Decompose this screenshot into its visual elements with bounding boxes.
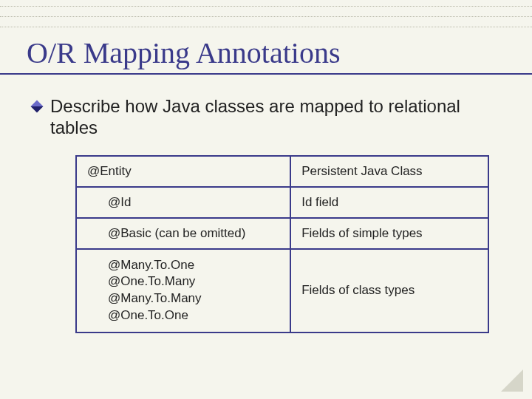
cell-description: Persistent Java Class [290, 156, 488, 187]
table-row: @Many.To.One@One.To.Many@Many.To.Many@On… [76, 249, 488, 333]
cell-annotation: @Basic (can be omitted) [76, 218, 290, 249]
table-row: @Id Id field [76, 187, 488, 218]
bullet-item: Describe how Java classes are mapped to … [33, 95, 505, 139]
cell-description: Id field [290, 187, 488, 218]
table-row: @Basic (can be omitted) Fields of simple… [76, 218, 488, 249]
annotation-table: @Entity Persistent Java Class @Id Id fie… [75, 155, 489, 334]
cell-annotation: @Entity [76, 156, 290, 187]
cell-description: Fields of class types [290, 249, 488, 333]
table-row: @Entity Persistent Java Class [76, 156, 488, 187]
multi-annotation: @Many.To.One@One.To.Many@Many.To.Many@On… [87, 257, 279, 325]
slide-title: O/R Mapping Annotations [27, 35, 505, 70]
cell-annotation: @Id [76, 187, 290, 218]
slide: O/R Mapping Annotations Describe how Jav… [0, 0, 532, 399]
bullet-text: Describe how Java classes are mapped to … [50, 95, 505, 139]
page-curl-icon [501, 369, 523, 392]
diamond-bullet-icon [31, 100, 44, 113]
cell-description: Fields of simple types [290, 218, 488, 249]
title-rule [0, 73, 532, 75]
cell-annotation: @Many.To.One@One.To.Many@Many.To.Many@On… [76, 249, 290, 333]
